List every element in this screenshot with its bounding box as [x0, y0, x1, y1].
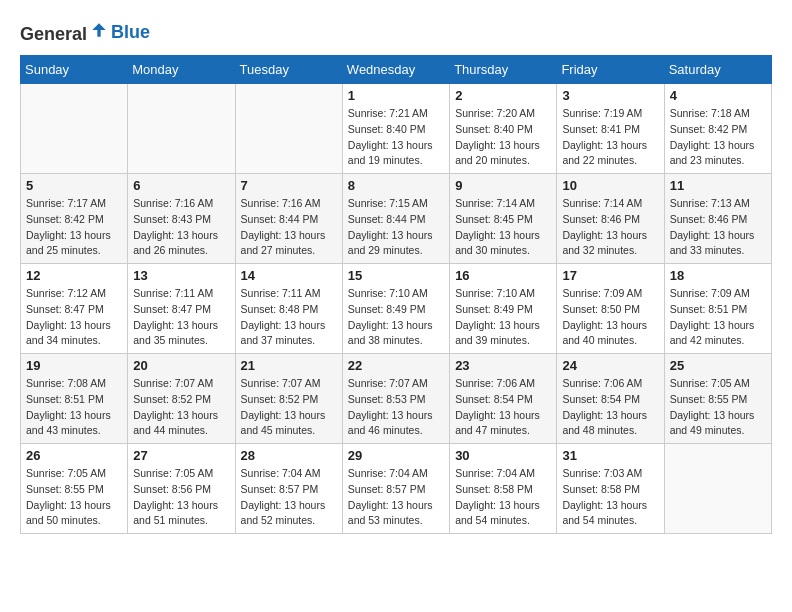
calendar-day-cell: 1Sunrise: 7:21 AM Sunset: 8:40 PM Daylig… — [342, 84, 449, 174]
day-info-text: Sunrise: 7:05 AM Sunset: 8:55 PM Dayligh… — [26, 466, 122, 529]
calendar-day-cell: 18Sunrise: 7:09 AM Sunset: 8:51 PM Dayli… — [664, 264, 771, 354]
calendar-day-cell: 25Sunrise: 7:05 AM Sunset: 8:55 PM Dayli… — [664, 354, 771, 444]
calendar-week-row: 5Sunrise: 7:17 AM Sunset: 8:42 PM Daylig… — [21, 174, 772, 264]
day-number: 31 — [562, 448, 658, 463]
day-number: 18 — [670, 268, 766, 283]
calendar-day-cell: 11Sunrise: 7:13 AM Sunset: 8:46 PM Dayli… — [664, 174, 771, 264]
day-number: 29 — [348, 448, 444, 463]
day-info-text: Sunrise: 7:20 AM Sunset: 8:40 PM Dayligh… — [455, 106, 551, 169]
day-info-text: Sunrise: 7:11 AM Sunset: 8:48 PM Dayligh… — [241, 286, 337, 349]
day-info-text: Sunrise: 7:05 AM Sunset: 8:56 PM Dayligh… — [133, 466, 229, 529]
day-info-text: Sunrise: 7:07 AM Sunset: 8:52 PM Dayligh… — [241, 376, 337, 439]
day-info-text: Sunrise: 7:18 AM Sunset: 8:42 PM Dayligh… — [670, 106, 766, 169]
day-number: 20 — [133, 358, 229, 373]
calendar-week-row: 26Sunrise: 7:05 AM Sunset: 8:55 PM Dayli… — [21, 444, 772, 534]
svg-marker-0 — [92, 23, 105, 36]
day-info-text: Sunrise: 7:09 AM Sunset: 8:50 PM Dayligh… — [562, 286, 658, 349]
calendar-day-cell: 28Sunrise: 7:04 AM Sunset: 8:57 PM Dayli… — [235, 444, 342, 534]
day-number: 4 — [670, 88, 766, 103]
day-info-text: Sunrise: 7:16 AM Sunset: 8:43 PM Dayligh… — [133, 196, 229, 259]
calendar-day-cell — [235, 84, 342, 174]
calendar-week-row: 1Sunrise: 7:21 AM Sunset: 8:40 PM Daylig… — [21, 84, 772, 174]
day-info-text: Sunrise: 7:13 AM Sunset: 8:46 PM Dayligh… — [670, 196, 766, 259]
calendar-day-cell: 21Sunrise: 7:07 AM Sunset: 8:52 PM Dayli… — [235, 354, 342, 444]
day-number: 6 — [133, 178, 229, 193]
day-info-text: Sunrise: 7:10 AM Sunset: 8:49 PM Dayligh… — [455, 286, 551, 349]
day-info-text: Sunrise: 7:15 AM Sunset: 8:44 PM Dayligh… — [348, 196, 444, 259]
weekday-header: Tuesday — [235, 56, 342, 84]
calendar-day-cell: 10Sunrise: 7:14 AM Sunset: 8:46 PM Dayli… — [557, 174, 664, 264]
day-number: 21 — [241, 358, 337, 373]
calendar-day-cell: 7Sunrise: 7:16 AM Sunset: 8:44 PM Daylig… — [235, 174, 342, 264]
day-number: 11 — [670, 178, 766, 193]
calendar-day-cell: 5Sunrise: 7:17 AM Sunset: 8:42 PM Daylig… — [21, 174, 128, 264]
calendar-day-cell: 8Sunrise: 7:15 AM Sunset: 8:44 PM Daylig… — [342, 174, 449, 264]
day-info-text: Sunrise: 7:05 AM Sunset: 8:55 PM Dayligh… — [670, 376, 766, 439]
calendar-header-row: SundayMondayTuesdayWednesdayThursdayFrid… — [21, 56, 772, 84]
day-number: 9 — [455, 178, 551, 193]
day-number: 13 — [133, 268, 229, 283]
day-info-text: Sunrise: 7:17 AM Sunset: 8:42 PM Dayligh… — [26, 196, 122, 259]
day-info-text: Sunrise: 7:21 AM Sunset: 8:40 PM Dayligh… — [348, 106, 444, 169]
calendar-day-cell: 22Sunrise: 7:07 AM Sunset: 8:53 PM Dayli… — [342, 354, 449, 444]
day-info-text: Sunrise: 7:03 AM Sunset: 8:58 PM Dayligh… — [562, 466, 658, 529]
day-info-text: Sunrise: 7:07 AM Sunset: 8:53 PM Dayligh… — [348, 376, 444, 439]
calendar-day-cell: 24Sunrise: 7:06 AM Sunset: 8:54 PM Dayli… — [557, 354, 664, 444]
day-info-text: Sunrise: 7:04 AM Sunset: 8:57 PM Dayligh… — [348, 466, 444, 529]
day-number: 10 — [562, 178, 658, 193]
day-number: 30 — [455, 448, 551, 463]
day-number: 24 — [562, 358, 658, 373]
day-number: 2 — [455, 88, 551, 103]
weekday-header: Saturday — [664, 56, 771, 84]
calendar-day-cell: 6Sunrise: 7:16 AM Sunset: 8:43 PM Daylig… — [128, 174, 235, 264]
day-number: 19 — [26, 358, 122, 373]
calendar-day-cell: 20Sunrise: 7:07 AM Sunset: 8:52 PM Dayli… — [128, 354, 235, 444]
calendar-week-row: 12Sunrise: 7:12 AM Sunset: 8:47 PM Dayli… — [21, 264, 772, 354]
day-number: 25 — [670, 358, 766, 373]
day-info-text: Sunrise: 7:10 AM Sunset: 8:49 PM Dayligh… — [348, 286, 444, 349]
logo-general-text: General — [20, 20, 109, 45]
day-info-text: Sunrise: 7:09 AM Sunset: 8:51 PM Dayligh… — [670, 286, 766, 349]
calendar-day-cell: 26Sunrise: 7:05 AM Sunset: 8:55 PM Dayli… — [21, 444, 128, 534]
weekday-header: Friday — [557, 56, 664, 84]
day-number: 7 — [241, 178, 337, 193]
calendar-day-cell: 17Sunrise: 7:09 AM Sunset: 8:50 PM Dayli… — [557, 264, 664, 354]
calendar-day-cell: 31Sunrise: 7:03 AM Sunset: 8:58 PM Dayli… — [557, 444, 664, 534]
page-header: General Blue — [20, 20, 772, 45]
day-number: 17 — [562, 268, 658, 283]
calendar-day-cell: 19Sunrise: 7:08 AM Sunset: 8:51 PM Dayli… — [21, 354, 128, 444]
day-info-text: Sunrise: 7:14 AM Sunset: 8:46 PM Dayligh… — [562, 196, 658, 259]
calendar-day-cell: 9Sunrise: 7:14 AM Sunset: 8:45 PM Daylig… — [450, 174, 557, 264]
day-number: 1 — [348, 88, 444, 103]
weekday-header: Thursday — [450, 56, 557, 84]
calendar-day-cell — [128, 84, 235, 174]
day-number: 14 — [241, 268, 337, 283]
weekday-header: Wednesday — [342, 56, 449, 84]
calendar-day-cell — [664, 444, 771, 534]
day-number: 16 — [455, 268, 551, 283]
calendar-day-cell: 12Sunrise: 7:12 AM Sunset: 8:47 PM Dayli… — [21, 264, 128, 354]
day-info-text: Sunrise: 7:19 AM Sunset: 8:41 PM Dayligh… — [562, 106, 658, 169]
day-info-text: Sunrise: 7:04 AM Sunset: 8:57 PM Dayligh… — [241, 466, 337, 529]
logo-blue-text: Blue — [111, 22, 150, 43]
day-info-text: Sunrise: 7:12 AM Sunset: 8:47 PM Dayligh… — [26, 286, 122, 349]
logo-text-general: General — [20, 24, 87, 44]
day-number: 22 — [348, 358, 444, 373]
calendar-day-cell: 30Sunrise: 7:04 AM Sunset: 8:58 PM Dayli… — [450, 444, 557, 534]
day-info-text: Sunrise: 7:16 AM Sunset: 8:44 PM Dayligh… — [241, 196, 337, 259]
calendar-day-cell: 3Sunrise: 7:19 AM Sunset: 8:41 PM Daylig… — [557, 84, 664, 174]
day-number: 28 — [241, 448, 337, 463]
calendar-day-cell: 15Sunrise: 7:10 AM Sunset: 8:49 PM Dayli… — [342, 264, 449, 354]
calendar-day-cell: 16Sunrise: 7:10 AM Sunset: 8:49 PM Dayli… — [450, 264, 557, 354]
day-number: 26 — [26, 448, 122, 463]
weekday-header: Sunday — [21, 56, 128, 84]
calendar-day-cell: 14Sunrise: 7:11 AM Sunset: 8:48 PM Dayli… — [235, 264, 342, 354]
day-number: 27 — [133, 448, 229, 463]
day-info-text: Sunrise: 7:08 AM Sunset: 8:51 PM Dayligh… — [26, 376, 122, 439]
day-number: 8 — [348, 178, 444, 193]
calendar-day-cell: 23Sunrise: 7:06 AM Sunset: 8:54 PM Dayli… — [450, 354, 557, 444]
calendar-day-cell: 4Sunrise: 7:18 AM Sunset: 8:42 PM Daylig… — [664, 84, 771, 174]
calendar-day-cell: 27Sunrise: 7:05 AM Sunset: 8:56 PM Dayli… — [128, 444, 235, 534]
day-info-text: Sunrise: 7:06 AM Sunset: 8:54 PM Dayligh… — [562, 376, 658, 439]
day-number: 3 — [562, 88, 658, 103]
